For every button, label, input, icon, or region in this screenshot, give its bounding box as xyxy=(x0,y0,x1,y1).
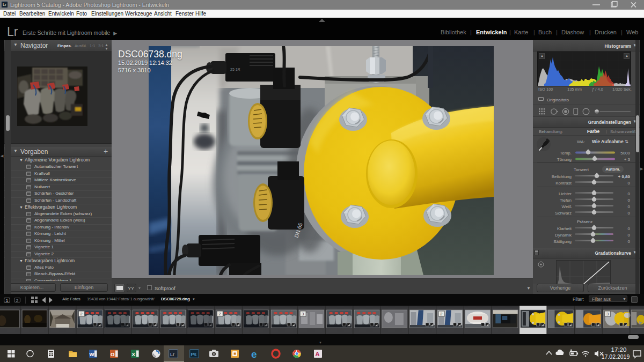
svg-text:Ps: Ps xyxy=(191,352,197,357)
svg-text:W: W xyxy=(90,351,94,357)
svg-text:e: e xyxy=(251,349,257,360)
svg-text:2: 2 xyxy=(440,312,443,316)
svg-text:2: 2 xyxy=(218,312,221,316)
svg-text:Lr: Lr xyxy=(170,352,174,357)
svg-text:O: O xyxy=(111,351,114,357)
svg-text:X: X xyxy=(132,351,136,357)
svg-text:2: 2 xyxy=(80,312,83,316)
svg-text:3: 3 xyxy=(606,312,609,316)
svg-text:YY: YY xyxy=(128,286,134,291)
svg-text:25 1R: 25 1R xyxy=(230,68,240,71)
svg-text:3: 3 xyxy=(302,312,304,316)
svg-text:A: A xyxy=(316,351,320,357)
